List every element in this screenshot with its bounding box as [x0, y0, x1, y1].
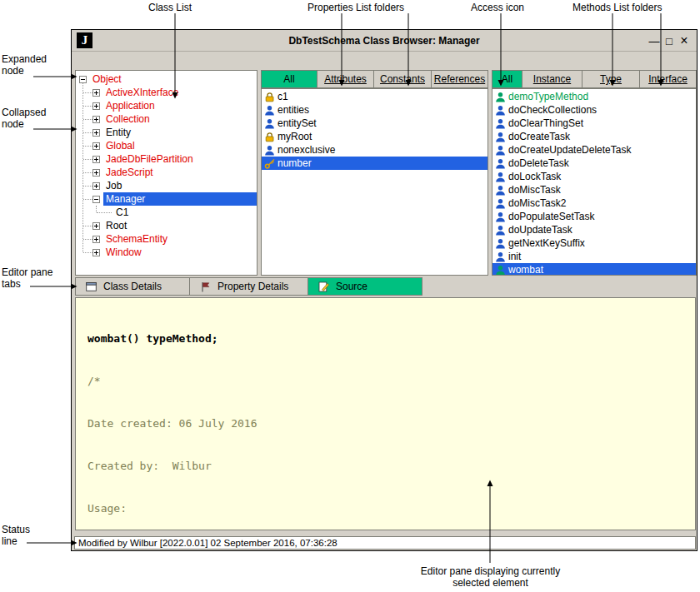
- collapsed-node-icon[interactable]: [92, 129, 100, 137]
- method-item-init[interactable]: init: [492, 250, 696, 263]
- pencil-icon: [318, 281, 329, 292]
- window-title: DbTestSchema Class Browser: Manager: [72, 35, 697, 47]
- instance-method-icon: [495, 172, 506, 182]
- method-item-getnextkeysuffix[interactable]: getNextKeySuffix: [492, 236, 696, 250]
- properties-tab-references[interactable]: References: [432, 70, 488, 88]
- method-item-dodeletetask[interactable]: doDeleteTask: [492, 157, 696, 170]
- instance-method-icon: [495, 158, 506, 169]
- instance-method-icon: [495, 185, 506, 196]
- collapsed-node-icon[interactable]: [92, 102, 100, 110]
- tree-node-jadescript[interactable]: JadeScript: [76, 166, 257, 179]
- instance-method-icon: [495, 105, 506, 116]
- property-item-c1[interactable]: c1: [262, 90, 488, 103]
- annotation-methods-list-folders: Methods List folders: [572, 2, 662, 13]
- method-item-dopopulatesettask[interactable]: doPopulateSetTask: [492, 210, 696, 223]
- properties-tab-constants[interactable]: Constants: [374, 70, 432, 88]
- property-item-number-selected[interactable]: number: [262, 157, 488, 170]
- expanded-node-icon[interactable]: [92, 196, 100, 203]
- methods-list-pane: demoTypeMethod doCheckCollections doClea…: [492, 88, 697, 276]
- collapsed-node-icon[interactable]: [92, 116, 100, 123]
- window-controls: — □ ×: [647, 30, 692, 52]
- source-code: wombat() typeMethod; /* Date created: 06…: [76, 298, 695, 530]
- annotation-expanded-node: Expanded node: [2, 53, 47, 77]
- instance-method-icon: [495, 145, 506, 156]
- tree-node-schemaentity[interactable]: SchemaEntity: [76, 232, 257, 246]
- tab-property-details[interactable]: Property Details: [190, 277, 308, 296]
- minimize-button[interactable]: —: [647, 35, 662, 47]
- method-item-domisctask2[interactable]: doMiscTask2: [492, 197, 696, 210]
- methods-tab-instance[interactable]: Instance: [522, 70, 582, 88]
- lock-icon: [264, 92, 275, 102]
- properties-list-pane: c1 entities entitySet myRoot nonexclusiv…: [261, 88, 488, 276]
- tree-node-root[interactable]: Root: [76, 219, 257, 232]
- properties-tab-all[interactable]: All: [261, 70, 318, 88]
- window-icon: [86, 281, 97, 292]
- tab-label: Class Details: [103, 281, 162, 292]
- property-item-entities[interactable]: entities: [262, 103, 488, 117]
- type-method-icon: [495, 265, 506, 276]
- method-item-docreateupdatedeletetask[interactable]: doCreateUpdateDeleteTask: [492, 143, 696, 157]
- collapsed-node-icon[interactable]: [92, 182, 100, 190]
- collapsed-node-icon[interactable]: [92, 236, 100, 243]
- instance-method-icon: [495, 132, 506, 142]
- code-line: Created by: Wilbur: [88, 459, 695, 473]
- source-editor-pane[interactable]: wombat() typeMethod; /* Date created: 06…: [75, 297, 696, 530]
- methods-tab-interface[interactable]: Interface: [640, 70, 697, 88]
- methods-tab-all[interactable]: All: [492, 70, 522, 88]
- maximize-button[interactable]: □: [662, 35, 677, 47]
- jade-logo[interactable]: J: [77, 32, 92, 48]
- tree-node-activexinterface[interactable]: ActiveXInterface: [76, 86, 257, 99]
- close-button[interactable]: ×: [677, 33, 692, 48]
- collapsed-node-icon[interactable]: [92, 89, 100, 97]
- editor-pane-tab-bar: Class Details Property Details Source: [75, 277, 422, 296]
- class-tree: Object ActiveXInterface Application Coll…: [76, 71, 257, 259]
- tab-label: Source: [336, 281, 368, 292]
- method-item-doupdatetask[interactable]: doUpdateTask: [492, 223, 696, 236]
- tree-node-object[interactable]: Object: [76, 72, 257, 86]
- properties-tab-attributes[interactable]: Attributes: [318, 70, 374, 88]
- property-item-nonexclusive[interactable]: nonexclusive: [262, 143, 488, 157]
- annotation-collapsed-node: Collapsed node: [2, 107, 46, 130]
- tree-node-entity[interactable]: Entity: [76, 126, 257, 139]
- annotation-properties-list-folders: Properties List folders: [308, 2, 404, 13]
- annotation-editor-pane-tabs: Editor pane tabs: [2, 266, 52, 290]
- instance-method-icon: [495, 225, 506, 236]
- method-item-docheckcollections[interactable]: doCheckCollections: [492, 103, 696, 117]
- collapsed-node-icon[interactable]: [92, 142, 100, 150]
- title-bar[interactable]: J DbTestSchema Class Browser: Manager — …: [72, 30, 697, 52]
- properties-tab-bar: All Attributes Constants References: [261, 70, 488, 88]
- method-item-doclearthingset[interactable]: doClearThingSet: [492, 117, 696, 130]
- tree-node-collection[interactable]: Collection: [76, 112, 257, 126]
- code-line: Usage:: [88, 501, 695, 515]
- method-item-domisctask[interactable]: doMiscTask: [492, 183, 696, 197]
- tree-node-application[interactable]: Application: [76, 99, 257, 112]
- key-icon: [264, 158, 275, 169]
- collapsed-node-icon[interactable]: [92, 169, 100, 177]
- annotation-editor-pane-caption: Editor pane displaying currently selecte…: [375, 565, 606, 589]
- tree-node-global[interactable]: Global: [76, 139, 257, 152]
- collapsed-node-icon[interactable]: [92, 222, 100, 230]
- code-line: Date created: 06 July 2016: [88, 416, 695, 430]
- methods-tab-type[interactable]: Type: [582, 70, 640, 88]
- status-text: Modified by Wilbur [2022.0.01] 02 Septem…: [78, 538, 338, 548]
- property-item-entityset[interactable]: entitySet: [262, 117, 488, 130]
- method-item-demotypemethod[interactable]: demoTypeMethod: [492, 90, 696, 103]
- person-icon: [264, 118, 275, 129]
- tree-node-job[interactable]: Job: [76, 179, 257, 192]
- tree-node-manager-selected[interactable]: Manager: [76, 192, 257, 206]
- method-item-wombat-selected[interactable]: wombat: [492, 263, 696, 276]
- tab-source[interactable]: Source: [308, 277, 422, 296]
- methods-tab-bar: All Instance Type Interface: [492, 70, 697, 88]
- code-line: /*: [88, 374, 695, 388]
- collapsed-node-icon[interactable]: [92, 249, 100, 256]
- property-item-myroot[interactable]: myRoot: [262, 130, 488, 143]
- tab-class-details[interactable]: Class Details: [75, 277, 190, 296]
- tree-node-c1[interactable]: C1: [76, 206, 257, 219]
- instance-method-icon: [495, 118, 506, 129]
- expanded-node-icon[interactable]: [79, 76, 87, 83]
- collapsed-node-icon[interactable]: [92, 156, 100, 163]
- method-item-dolocktask[interactable]: doLockTask: [492, 170, 696, 183]
- tree-node-window[interactable]: Window: [76, 246, 257, 259]
- tree-node-jadedbfilepartition[interactable]: JadeDbFilePartition: [76, 152, 257, 166]
- method-item-docreatetask[interactable]: doCreateTask: [492, 130, 696, 143]
